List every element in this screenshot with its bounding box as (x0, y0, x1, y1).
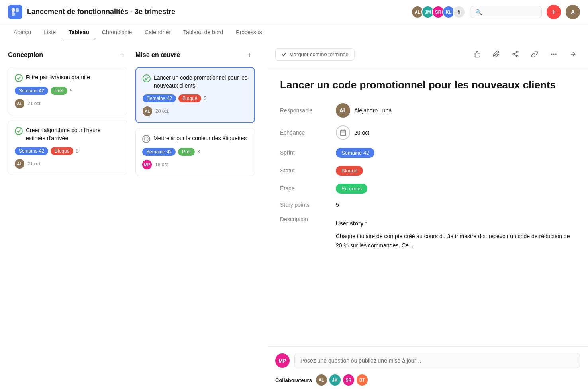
attach-button[interactable] (489, 47, 504, 61)
sprint-tag: Semaine 42 (336, 148, 374, 158)
card-title: Filtre par livraison gratuite (26, 74, 90, 82)
detail-toolbar: Marquer comme terminée (267, 41, 588, 67)
field-echeance-label: Échéance (280, 129, 328, 136)
search-box[interactable]: 🔍 (470, 6, 542, 18)
field-statut-label: Statut (280, 167, 328, 174)
date-badge-icon (336, 125, 350, 140)
svg-point-10 (553, 54, 555, 55)
card-title: Mettre à jour la couleur des étiquettes (153, 135, 247, 143)
tab-chronologie[interactable]: Chronologie (96, 26, 138, 39)
svg-rect-2 (12, 12, 15, 16)
top-header: Lancement de fonctionnalités - 3e trimes… (0, 0, 588, 24)
field-story-points-label: Story points (280, 202, 328, 208)
mark-done-label: Marquer comme terminée (289, 51, 349, 57)
add-button[interactable]: + (547, 5, 561, 19)
card-tags: Semaine 42 Bloqué 8 (15, 147, 121, 155)
tab-liste[interactable]: Liste (38, 26, 61, 39)
current-user-comment-avatar: MP (275, 353, 290, 368)
card-check-icon (142, 135, 150, 143)
card-algorithme[interactable]: Créer l'algorithme pour l'heure estimée … (8, 120, 127, 175)
avatar-group: AL JM SR KL 5 (411, 6, 465, 18)
field-statut-value: Bloqué (336, 166, 363, 176)
story-points-val: 5 (336, 202, 339, 208)
tag-sprint: Semaine 42 (142, 148, 176, 156)
column-conception: Conception + Filtre par livraison gratui… (8, 49, 127, 181)
tab-tableau[interactable]: Tableau (63, 26, 95, 39)
tag-count: 5 (204, 96, 206, 101)
card-title-row: Mettre à jour la couleur des étiquettes (142, 135, 248, 143)
card-check-icon (15, 127, 23, 135)
card-filtre-livraison[interactable]: Filtre par livraison gratuite Semaine 42… (8, 67, 127, 115)
tab-calendrier[interactable]: Calendrier (139, 26, 176, 39)
more-button[interactable] (547, 47, 561, 61)
tag-sprint: Semaine 42 (15, 147, 48, 155)
card-title-row: Créer l'algorithme pour l'heure estimée … (15, 127, 121, 142)
detail-fields: Responsable AL Alejandro Luna Échéance 2… (280, 103, 575, 250)
tag-status: Bloqué (51, 147, 73, 155)
comment-input[interactable] (294, 353, 580, 368)
card-avatar: MP (142, 160, 152, 169)
collab-avatar-2: JM (329, 374, 341, 386)
like-button[interactable] (470, 47, 484, 61)
field-etape-value: En cours (336, 184, 367, 194)
card-check-icon (15, 74, 23, 82)
card-tags: Semaine 42 Prêt 3 (142, 148, 248, 156)
column-mise-en-oeuvre: Mise en œuvre + Lancer un code promotion… (135, 49, 255, 181)
field-description: Description User story : Chaque titulair… (280, 216, 575, 250)
card-check-icon (143, 74, 151, 82)
tag-status: Prêt (51, 87, 67, 95)
card-code-promo[interactable]: Lancer un code promotionnel pour les nou… (135, 67, 255, 123)
field-sprint-label: Sprint (280, 149, 328, 156)
svg-rect-1 (16, 8, 19, 12)
card-etiquettes[interactable]: Mettre à jour la couleur des étiquettes … (135, 128, 255, 176)
main-content: Conception + Filtre par livraison gratui… (0, 41, 588, 392)
tag-count: 3 (197, 149, 200, 155)
field-responsable-label: Responsable (280, 107, 328, 114)
detail-title: Lancer un code promotionnel pour les nou… (280, 78, 575, 92)
share-button[interactable] (508, 47, 523, 61)
search-icon: 🔍 (475, 9, 482, 15)
svg-line-8 (514, 53, 516, 54)
current-user-avatar[interactable]: A (566, 5, 580, 19)
card-title-row: Filtre par livraison gratuite (15, 74, 121, 82)
card-date: 21 oct (27, 101, 41, 106)
tab-apercu[interactable]: Aperçu (8, 26, 37, 39)
avatar-count[interactable]: 5 (453, 6, 465, 18)
description-text: User story : (336, 219, 575, 228)
link-button[interactable] (527, 47, 542, 61)
field-echeance-value: 20 oct (336, 125, 369, 140)
description-body: Chaque titulaire de compte créé au cours… (336, 232, 575, 250)
field-sprint: Sprint Semaine 42 (280, 148, 575, 158)
tag-status: Prêt (178, 148, 195, 156)
card-avatar: AL (15, 159, 24, 169)
field-etape-label: Étape (280, 185, 328, 192)
tab-tableau-bord[interactable]: Tableau de bord (178, 26, 229, 39)
detail-content: Lancer un code promotionnel pour les nou… (267, 67, 588, 346)
statut-badge: Bloqué (336, 166, 363, 176)
field-etape: Étape En cours (280, 184, 575, 194)
card-footer: AL 20 oct (143, 106, 248, 116)
collab-avatar-1: AL (316, 374, 327, 386)
card-tags: Semaine 42 Bloqué 5 (143, 94, 248, 102)
tab-processus[interactable]: Processus (230, 26, 267, 39)
tag-sprint: Semaine 42 (15, 87, 48, 95)
detail-panel: Marquer comme terminée Lan (267, 41, 588, 392)
search-input[interactable] (484, 9, 537, 15)
mark-done-button[interactable]: Marquer comme terminée (275, 48, 355, 61)
close-panel-button[interactable] (566, 47, 580, 61)
etape-badge: En cours (336, 184, 367, 194)
description-section: User story : Chaque titulaire de compte … (336, 219, 575, 250)
field-description-label: Description (280, 216, 328, 222)
collaborators-label: Collaborateurs (275, 377, 312, 383)
collab-avatar-4: BT (357, 374, 368, 386)
field-statut: Statut Bloqué (280, 166, 575, 176)
svg-point-5 (513, 53, 515, 55)
svg-point-6 (516, 55, 518, 57)
column-conception-add[interactable]: + (116, 49, 127, 61)
column-mise-en-oeuvre-add[interactable]: + (244, 49, 255, 61)
echeance-date: 20 oct (354, 129, 369, 136)
nav-tabs: Aperçu Liste Tableau Chronologie Calendr… (0, 24, 588, 41)
collaborators-row: Collaborateurs AL JM SR BT (275, 374, 580, 386)
tag-count: 8 (76, 148, 78, 154)
svg-point-3 (144, 137, 148, 141)
